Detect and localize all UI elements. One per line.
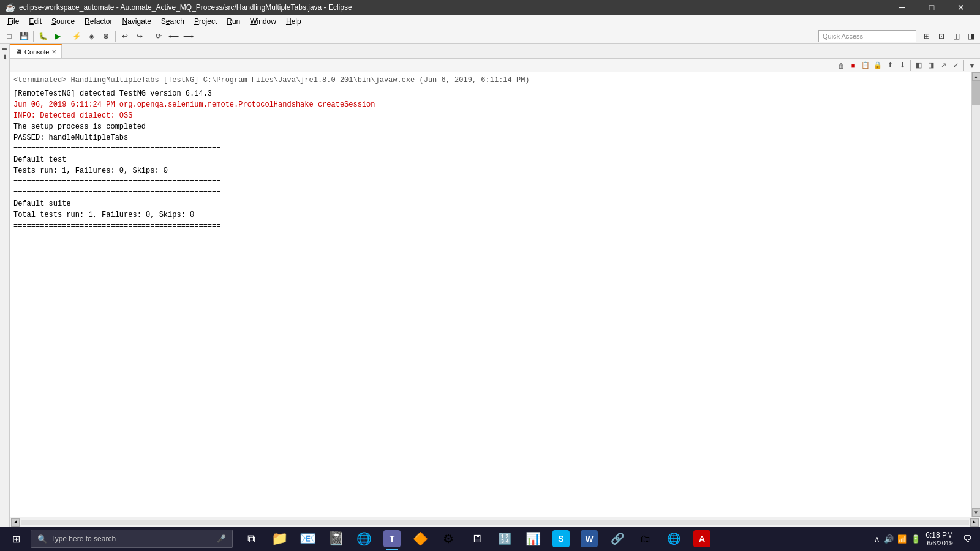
outlook-icon: 📧 [300,531,316,547]
console-line: PASSED: handleMultipleTabs [13,132,968,143]
taskbar-file-explorer[interactable]: 📁 [266,527,293,551]
clock-time: 6:18 PM [925,531,953,539]
console-tab-bar: 🖥 Console ✕ [10,44,980,59]
taskbar-right: ∧ 🔊 📶 🔋 6:18 PM 6/6/2019 🗨 [874,527,976,551]
close-button[interactable]: ✕ [947,0,975,15]
console-btn-5[interactable]: ◧ [913,60,924,71]
console-btn-2[interactable]: 🔒 [872,60,883,71]
onenote-icon: 📓 [328,531,344,547]
console-tab[interactable]: 🖥 Console ✕ [10,44,62,58]
clock[interactable]: 6:18 PM 6/6/2019 [925,531,953,547]
console-btn-1[interactable]: 📋 [860,60,871,71]
start-button[interactable]: ⊞ [4,527,28,551]
taskbar-excel[interactable]: 📊 [519,527,546,551]
menu-navigate[interactable]: Navigate [117,15,156,28]
taskbar-app-orange[interactable]: 🔶 [407,527,434,551]
microphone-icon[interactable]: 🎤 [217,534,226,543]
acrobat-icon: A [699,534,705,544]
menu-project[interactable]: Project [189,15,222,28]
scroll-right-arrow[interactable]: ► [970,518,979,527]
toolbar-btn-4[interactable]: ↩ [118,29,132,43]
new-button[interactable]: □ [2,29,16,43]
console-line: Default suite [13,198,968,209]
taskbar-calc[interactable]: 🔢 [491,527,518,551]
perspective-btn[interactable]: ⊞ [920,29,933,43]
menu-run[interactable]: Run [222,15,245,28]
taskbar-remote[interactable]: 🖥 [463,527,490,551]
scroll-left-arrow[interactable]: ◄ [11,518,20,527]
console-btn-6[interactable]: ◨ [925,60,937,71]
toolbar-btn-3[interactable]: ⊕ [99,29,113,43]
perspective-btn-4[interactable]: ◨ [964,29,978,43]
excel-icon: 📊 [526,531,541,546]
search-placeholder-text: Type here to search [51,534,213,543]
toolbar-btn-1[interactable]: ⚡ [70,29,83,43]
clear-console-btn[interactable]: 🗑 [835,60,846,71]
scroll-up-arrow[interactable]: ▲ [972,72,981,81]
toolbar-btn-6[interactable]: ⟳ [152,29,165,43]
window-title: eclipse-workspace_automate - Automate_Ac… [19,3,888,12]
toolbar-btn-2[interactable]: ◈ [85,29,98,43]
teams-icon: T [390,534,395,544]
taskbar: ⊞ 🔍 Type here to search 🎤 ⧉ 📁 📧 📓 [0,527,980,551]
tray-volume-icon: 📶 [897,534,907,544]
horizontal-scrollbar[interactable]: ◄ ► [10,517,980,527]
taskbar-browser2[interactable]: 🌐 [660,527,687,551]
left-panel-icon-2[interactable]: ⬇ [2,54,7,61]
save-button[interactable]: 💾 [17,29,31,43]
menu-refactor[interactable]: Refactor [80,15,117,28]
taskbar-app14[interactable]: 🔗 [604,527,631,551]
vertical-scrollbar[interactable]: ▲ ▼ [971,72,980,517]
console-view-menu[interactable]: ▼ [967,60,978,71]
quick-access-box[interactable]: Quick Access [818,30,916,42]
remote-icon: 🖥 [471,533,482,545]
toolbar-btn-7[interactable]: ⟵ [167,29,180,43]
h-scroll-track[interactable] [21,520,969,525]
console-btn-3[interactable]: ⬆ [884,60,895,71]
taskbar-app15[interactable]: 🗂 [632,527,659,551]
taskbar-skype[interactable]: S [548,527,575,551]
menu-search[interactable]: Search [156,15,189,28]
taskbar-onenote[interactable]: 📓 [322,527,349,551]
menu-window[interactable]: Window [245,15,281,28]
debug-button[interactable]: 🐛 [36,29,50,43]
toolbar: □ 💾 🐛 ▶ ⚡ ◈ ⊕ ↩ ↪ ⟳ ⟵ ⟶ Quick Access ⊞ ⊡… [0,28,980,44]
run-button[interactable]: ▶ [51,29,64,43]
menu-source[interactable]: Source [47,15,80,28]
notification-button[interactable]: 🗨 [958,527,976,551]
console-btn-4[interactable]: ⬇ [897,60,908,71]
taskbar-settings[interactable]: ⚙ [435,527,462,551]
search-bar[interactable]: 🔍 Type here to search 🎤 [31,530,233,548]
taskbar-word[interactable]: W [576,527,603,551]
console-tab-label: Console [24,48,49,56]
taskbar-acrobat[interactable]: A [688,527,715,551]
menu-edit[interactable]: Edit [24,15,47,28]
taskbar-chrome[interactable]: 🌐 [350,527,377,551]
menu-help[interactable]: Help [281,15,306,28]
console-line: ========================================… [13,220,968,231]
console-line: Tests run: 1, Failures: 0, Skips: 0 [13,165,968,176]
menu-file[interactable]: File [2,15,24,28]
app-icon: ☕ [5,2,15,12]
scroll-thumb[interactable] [972,81,980,105]
console-btn-7[interactable]: ↗ [938,60,949,71]
scroll-down-arrow[interactable]: ▼ [972,508,981,517]
toolbar-right-icons: ⊞ ⊡ ◫ ◨ [920,29,978,43]
console-sep-2 [963,60,964,71]
left-panel-icon-1[interactable]: ⬆ [1,47,8,51]
perspective-btn-3[interactable]: ◫ [949,29,963,43]
minimize-button[interactable]: ─ [888,0,916,15]
taskbar-task-view[interactable]: ⧉ [238,527,265,551]
scroll-track[interactable] [972,81,980,508]
console-btn-8[interactable]: ↙ [950,60,961,71]
perspective-btn-2[interactable]: ⊡ [935,29,948,43]
taskbar-teams[interactable]: T [379,527,405,551]
restore-button[interactable]: □ [918,0,946,15]
console-line: Default test [13,154,968,165]
toolbar-btn-5[interactable]: ↪ [133,29,146,43]
tray-arrow[interactable]: ∧ [874,534,880,544]
console-tab-close[interactable]: ✕ [51,48,56,55]
toolbar-btn-8[interactable]: ⟶ [181,29,195,43]
taskbar-outlook[interactable]: 📧 [294,527,321,551]
terminate-btn[interactable]: ■ [848,60,859,71]
